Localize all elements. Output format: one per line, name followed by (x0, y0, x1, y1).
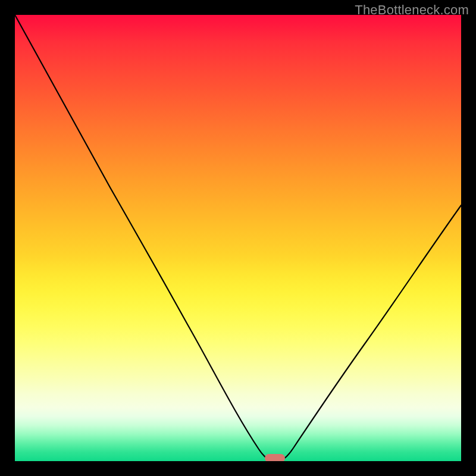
watermark-label: TheBottleneck.com (355, 2, 469, 18)
chart-frame: TheBottleneck.com (0, 0, 476, 476)
chart-svg (15, 15, 461, 461)
optimal-marker (265, 454, 285, 461)
bottleneck-curve (15, 15, 461, 461)
plot-area (15, 15, 461, 461)
